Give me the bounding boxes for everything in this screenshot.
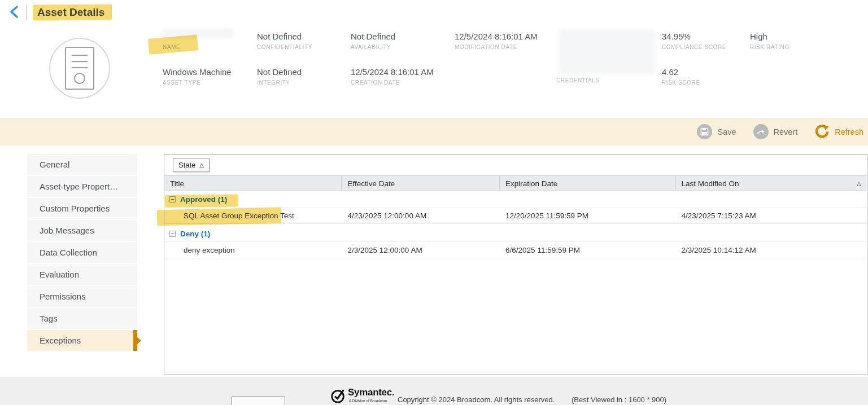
refresh-label: Refresh [835, 127, 863, 137]
revert-icon [753, 124, 769, 139]
symantec-logo: Symantec. A Division of Broadcom [330, 387, 394, 405]
creation-date-value: 12/5/2024 8:16:01 AM [351, 67, 434, 77]
sort-ascending-icon: △ [199, 162, 204, 168]
availability-label: AVAILABILITY [351, 44, 391, 50]
save-icon [697, 124, 712, 139]
modification-date-label: MODIFICATION DATE [455, 44, 517, 50]
column-header-title[interactable]: Title [164, 176, 342, 191]
best-viewed-text: (Best Viewed in : 1600 * 900) [572, 395, 666, 404]
cell-expiration-date: 12/20/2025 11:59:59 PM [500, 208, 675, 223]
page-title: Asset Details [37, 6, 104, 19]
risk-rating-value: High [750, 32, 767, 41]
back-button[interactable] [6, 5, 23, 21]
sidebar-item-job-messages[interactable]: Job Messages [27, 220, 137, 242]
cell-last-modified-on: 2/3/2025 10:14:12 AM [676, 242, 867, 258]
group-row-label: Deny (1) [180, 230, 210, 238]
integrity-value: Not Defined [257, 67, 302, 77]
brand-name: Symantec. [348, 387, 394, 398]
action-toolbar: Save Revert Refresh [0, 118, 868, 146]
column-header-label: Effective Date [347, 179, 395, 188]
name-label: NAME [163, 44, 180, 50]
sidebar-item-label: General [40, 160, 69, 169]
integrity-label: INTEGRITY [257, 80, 290, 86]
cutoff-element [232, 397, 285, 405]
save-button[interactable]: Save [697, 124, 736, 139]
asset-details-screen: Asset Details NAME Windows Machine ASSET… [0, 0, 868, 405]
sidebar-item-evaluation[interactable]: Evaluation [27, 264, 137, 286]
sidebar-item-tags[interactable]: Tags [27, 308, 137, 330]
chevron-left-icon [8, 5, 20, 21]
server-icon [49, 91, 111, 101]
asset-type-value: Windows Machine [163, 67, 232, 77]
sidebar-item-label: Evaluation [40, 270, 79, 279]
asset-details-sidebar: General Asset-type Propert… Custom Prope… [27, 154, 137, 352]
asset-avatar [49, 37, 111, 102]
copyright-text: Copyright © 2024 Broadcom. All rights re… [398, 395, 555, 404]
sidebar-item-data-collection[interactable]: Data Collection [27, 242, 137, 264]
exception-row-sql-asset-group-exception-test[interactable]: SQL Asset Group Exception Test 4/23/2025… [164, 207, 867, 224]
exceptions-grid: State △ Title Effective Date Expiration … [164, 154, 867, 375]
risk-rating-label: RISK RATING [750, 44, 790, 50]
collapse-group-icon[interactable] [169, 196, 176, 202]
sidebar-item-label: Job Messages [40, 226, 94, 235]
sidebar-item-asset-type-properties[interactable]: Asset-type Propert… [27, 176, 137, 198]
grid-header-row: Title Effective Date Expiration Date Las… [164, 176, 867, 191]
sidebar-item-label: Permissions [40, 292, 86, 301]
group-by-chip-state[interactable]: State △ [173, 159, 210, 172]
revert-button[interactable]: Revert [753, 124, 798, 139]
column-header-label: Title [170, 179, 184, 188]
sidebar-item-label: Custom Properties [40, 204, 110, 213]
cell-title: deny exception [164, 242, 342, 258]
risk-score-value: 4.62 [662, 67, 678, 77]
group-row-label: Approved (1) [180, 195, 227, 204]
redacted-credentials [558, 29, 655, 74]
revert-label: Revert [774, 127, 798, 137]
sidebar-item-permissions[interactable]: Permissions [27, 286, 137, 308]
compliance-score-value: 34.95% [662, 32, 691, 41]
credentials-label: CREDENTIALS [556, 77, 600, 83]
confidentiality-value: Not Defined [257, 32, 302, 41]
sidebar-item-exceptions[interactable]: Exceptions [27, 330, 137, 352]
redacted-asset-name [162, 28, 234, 38]
sort-ascending-icon: △ [857, 181, 861, 187]
sidebar-item-label: Tags [40, 314, 58, 323]
collapse-group-icon[interactable] [169, 231, 176, 237]
cell-effective-date: 4/23/2025 12:00:00 AM [342, 208, 500, 223]
creation-date-label: CREATION DATE [351, 80, 400, 86]
confidentiality-label: CONFIDENTIALITY [257, 44, 312, 50]
sidebar-item-label: Asset-type Propert… [40, 182, 118, 191]
sidebar-item-custom-properties[interactable]: Custom Properties [27, 198, 137, 220]
risk-score-label: RISK SCORE [662, 80, 700, 86]
exception-row-deny-exception[interactable]: deny exception 2/3/2025 12:00:00 AM 6/6/… [164, 241, 867, 258]
column-header-expiration-date[interactable]: Expiration Date [500, 176, 676, 191]
availability-value: Not Defined [351, 32, 395, 41]
cell-expiration-date: 6/6/2025 11:59:59 PM [500, 242, 675, 258]
column-header-label: Expiration Date [505, 179, 557, 188]
sidebar-item-general[interactable]: General [27, 154, 137, 176]
brand-tagline: A Division of Broadcom [349, 399, 394, 403]
refresh-button[interactable]: Refresh [814, 124, 863, 139]
symantec-check-icon [330, 387, 347, 405]
refresh-icon [814, 124, 830, 139]
column-header-last-modified-on[interactable]: Last Modified On △ [676, 176, 867, 191]
title-divider [26, 5, 27, 20]
group-row-deny[interactable]: Deny (1) [164, 226, 867, 241]
asset-type-label: ASSET TYPE [163, 80, 200, 86]
sidebar-item-label: Data Collection [40, 248, 97, 257]
group-by-band: State △ [164, 155, 867, 176]
cell-last-modified-on: 4/23/2025 7:15:23 AM [676, 208, 867, 223]
cell-effective-date: 2/3/2025 12:00:00 AM [342, 242, 500, 258]
sidebar-item-label: Exceptions [40, 336, 81, 345]
cell-title: SQL Asset Group Exception Test [164, 208, 342, 223]
group-row-approved[interactable]: Approved (1) [164, 191, 867, 207]
column-header-effective-date[interactable]: Effective Date [342, 176, 500, 191]
group-chip-label: State [178, 161, 195, 169]
column-header-label: Last Modified On [682, 179, 739, 188]
save-label: Save [717, 127, 736, 137]
compliance-score-label: COMPLIANCE SCORE [662, 44, 726, 50]
modification-date-value: 12/5/2024 8:16:01 AM [455, 32, 538, 41]
